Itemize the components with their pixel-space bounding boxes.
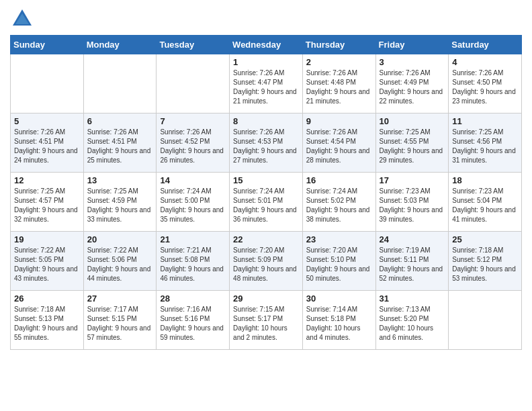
calendar-cell: 20Sunrise: 7:22 AM Sunset: 5:06 PM Dayli… [83,232,157,291]
day-number: 31 [380,293,445,304]
day-number: 29 [233,293,299,304]
day-number: 21 [160,234,226,244]
day-info: Sunrise: 7:26 AM Sunset: 4:50 PM Dayligh… [452,68,518,106]
day-number: 30 [306,293,372,304]
day-number: 3 [380,57,445,67]
day-number: 5 [14,116,80,126]
calendar-cell: 5Sunrise: 7:26 AM Sunset: 4:51 PM Daylig… [11,113,84,173]
calendar-cell: 29Sunrise: 7:15 AM Sunset: 5:17 PM Dayli… [230,291,303,350]
day-info: Sunrise: 7:24 AM Sunset: 5:02 PM Dayligh… [306,187,372,224]
day-info: Sunrise: 7:26 AM Sunset: 4:51 PM Dayligh… [14,128,80,165]
calendar-cell: 26Sunrise: 7:18 AM Sunset: 5:13 PM Dayli… [11,291,84,350]
calendar-cell [157,54,230,113]
day-info: Sunrise: 7:22 AM Sunset: 5:06 PM Dayligh… [87,246,153,283]
calendar-week-row: 5Sunrise: 7:26 AM Sunset: 4:51 PM Daylig… [11,113,522,173]
day-info: Sunrise: 7:16 AM Sunset: 5:16 PM Dayligh… [160,305,226,342]
calendar-week-row: 19Sunrise: 7:22 AM Sunset: 5:05 PM Dayli… [11,232,522,291]
day-info: Sunrise: 7:23 AM Sunset: 5:03 PM Dayligh… [380,187,445,224]
day-number: 27 [87,293,153,304]
day-number: 2 [306,57,372,67]
day-info: Sunrise: 7:26 AM Sunset: 4:49 PM Dayligh… [380,68,445,106]
calendar-cell: 13Sunrise: 7:25 AM Sunset: 4:59 PM Dayli… [83,173,157,232]
calendar-cell: 7Sunrise: 7:26 AM Sunset: 4:52 PM Daylig… [157,113,230,173]
day-info: Sunrise: 7:14 AM Sunset: 5:18 PM Dayligh… [306,305,372,342]
day-number: 24 [380,234,445,244]
calendar-cell: 17Sunrise: 7:23 AM Sunset: 5:03 PM Dayli… [375,173,449,232]
day-number: 10 [380,116,445,126]
day-info: Sunrise: 7:26 AM Sunset: 4:54 PM Dayligh… [306,128,372,165]
weekday-header-saturday: Saturday [449,36,522,54]
day-number: 12 [14,175,80,185]
calendar-week-row: 1Sunrise: 7:26 AM Sunset: 4:47 PM Daylig… [11,54,522,113]
calendar-week-row: 12Sunrise: 7:25 AM Sunset: 4:57 PM Dayli… [11,173,522,232]
day-info: Sunrise: 7:20 AM Sunset: 5:09 PM Dayligh… [233,246,299,283]
calendar-cell: 16Sunrise: 7:24 AM Sunset: 5:02 PM Dayli… [302,173,375,232]
day-info: Sunrise: 7:18 AM Sunset: 5:12 PM Dayligh… [452,246,518,283]
day-info: Sunrise: 7:22 AM Sunset: 5:05 PM Dayligh… [14,246,80,283]
calendar-cell: 31Sunrise: 7:13 AM Sunset: 5:20 PM Dayli… [375,291,449,350]
day-info: Sunrise: 7:21 AM Sunset: 5:08 PM Dayligh… [160,246,226,283]
day-number: 9 [306,116,372,126]
weekday-header-friday: Friday [375,36,449,54]
calendar-cell: 22Sunrise: 7:20 AM Sunset: 5:09 PM Dayli… [230,232,303,291]
logo-icon [10,7,34,31]
day-number: 23 [306,234,372,244]
day-number: 28 [160,293,226,304]
calendar-cell [11,54,84,113]
calendar-cell [83,54,157,113]
day-info: Sunrise: 7:19 AM Sunset: 5:11 PM Dayligh… [380,246,445,283]
day-number: 1 [233,57,299,67]
day-number: 14 [160,175,226,185]
day-number: 13 [87,175,153,185]
calendar-cell: 30Sunrise: 7:14 AM Sunset: 5:18 PM Dayli… [302,291,375,350]
weekday-header-thursday: Thursday [302,36,375,54]
weekday-header-monday: Monday [83,36,157,54]
calendar-cell: 23Sunrise: 7:20 AM Sunset: 5:10 PM Dayli… [302,232,375,291]
day-info: Sunrise: 7:13 AM Sunset: 5:20 PM Dayligh… [380,305,445,342]
calendar-cell: 12Sunrise: 7:25 AM Sunset: 4:57 PM Dayli… [11,173,84,232]
weekday-header-sunday: Sunday [11,36,84,54]
day-info: Sunrise: 7:26 AM Sunset: 4:52 PM Dayligh… [160,128,226,165]
calendar-cell: 15Sunrise: 7:24 AM Sunset: 5:01 PM Dayli… [230,173,303,232]
day-number: 18 [452,175,518,185]
day-number: 11 [452,116,518,126]
day-number: 16 [306,175,372,185]
day-info: Sunrise: 7:18 AM Sunset: 5:13 PM Dayligh… [14,305,80,342]
calendar-cell: 21Sunrise: 7:21 AM Sunset: 5:08 PM Dayli… [157,232,230,291]
day-info: Sunrise: 7:25 AM Sunset: 4:55 PM Dayligh… [380,128,445,165]
day-info: Sunrise: 7:25 AM Sunset: 4:59 PM Dayligh… [87,187,153,224]
calendar-cell: 8Sunrise: 7:26 AM Sunset: 4:53 PM Daylig… [230,113,303,173]
day-number: 7 [160,116,226,126]
day-info: Sunrise: 7:26 AM Sunset: 4:47 PM Dayligh… [233,68,299,106]
day-info: Sunrise: 7:26 AM Sunset: 4:53 PM Dayligh… [233,128,299,165]
day-number: 8 [233,116,299,126]
day-number: 4 [452,57,518,67]
calendar-cell: 3Sunrise: 7:26 AM Sunset: 4:49 PM Daylig… [375,54,449,113]
weekday-header-tuesday: Tuesday [157,36,230,54]
day-info: Sunrise: 7:20 AM Sunset: 5:10 PM Dayligh… [306,246,372,283]
day-number: 25 [452,234,518,244]
day-number: 19 [14,234,80,244]
calendar-table: SundayMondayTuesdayWednesdayThursdayFrid… [10,35,522,350]
calendar-cell: 11Sunrise: 7:25 AM Sunset: 4:56 PM Dayli… [449,113,522,173]
calendar-cell: 28Sunrise: 7:16 AM Sunset: 5:16 PM Dayli… [157,291,230,350]
calendar-cell: 1Sunrise: 7:26 AM Sunset: 4:47 PM Daylig… [230,54,303,113]
day-info: Sunrise: 7:24 AM Sunset: 5:00 PM Dayligh… [160,187,226,224]
day-info: Sunrise: 7:17 AM Sunset: 5:15 PM Dayligh… [87,305,153,342]
day-number: 20 [87,234,153,244]
day-info: Sunrise: 7:24 AM Sunset: 5:01 PM Dayligh… [233,187,299,224]
calendar-cell: 27Sunrise: 7:17 AM Sunset: 5:15 PM Dayli… [83,291,157,350]
calendar-cell: 24Sunrise: 7:19 AM Sunset: 5:11 PM Dayli… [375,232,449,291]
day-number: 17 [380,175,445,185]
calendar-cell: 6Sunrise: 7:26 AM Sunset: 4:51 PM Daylig… [83,113,157,173]
day-number: 22 [233,234,299,244]
day-info: Sunrise: 7:25 AM Sunset: 4:57 PM Dayligh… [14,187,80,224]
calendar-week-row: 26Sunrise: 7:18 AM Sunset: 5:13 PM Dayli… [11,291,522,350]
day-info: Sunrise: 7:23 AM Sunset: 5:04 PM Dayligh… [452,187,518,224]
calendar-cell: 14Sunrise: 7:24 AM Sunset: 5:00 PM Dayli… [157,173,230,232]
day-info: Sunrise: 7:26 AM Sunset: 4:51 PM Dayligh… [87,128,153,165]
header [10,7,522,31]
calendar-cell: 19Sunrise: 7:22 AM Sunset: 5:05 PM Dayli… [11,232,84,291]
day-number: 26 [14,293,80,304]
calendar-cell [449,291,522,350]
